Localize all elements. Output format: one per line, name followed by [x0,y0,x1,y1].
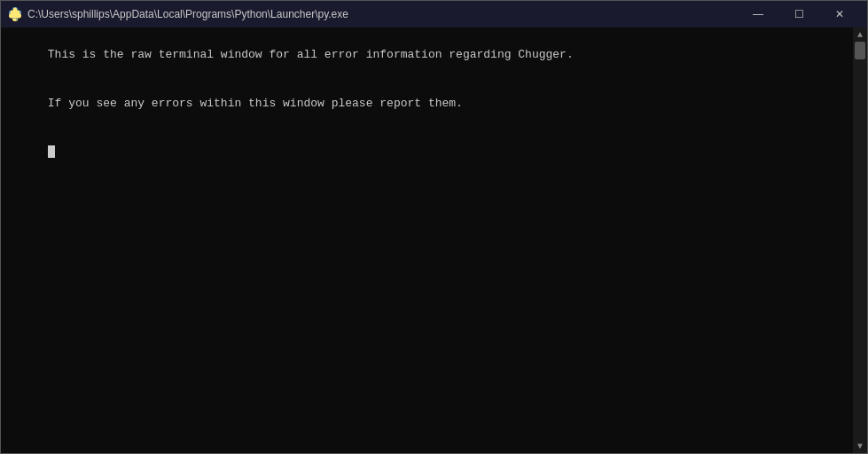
scroll-down-button[interactable]: ▼ [853,439,867,453]
terminal-window: C:\Users\sphillips\AppData\Local\Program… [0,0,868,454]
scrollbar-thumb[interactable] [855,42,865,59]
maximize-button[interactable]: ☐ [778,1,819,27]
terminal-line-2: If you see any errors within this window… [48,97,463,110]
titlebar: C:\Users\sphillips\AppData\Local\Program… [1,1,867,27]
python-icon [8,7,22,21]
minimize-button[interactable]: — [738,1,778,27]
terminal-cursor [48,145,55,158]
close-button[interactable]: ✕ [819,1,860,27]
scroll-up-button[interactable]: ▲ [853,27,867,42]
window-controls: — ☐ ✕ [738,1,860,27]
terminal-output: This is the raw terminal window for all … [6,31,862,176]
terminal-line-1: This is the raw terminal window for all … [48,48,574,61]
terminal-body[interactable]: This is the raw terminal window for all … [1,27,867,453]
window-title: C:\Users\sphillips\AppData\Local\Program… [27,8,738,20]
scrollbar: ▲ ▼ [853,27,867,453]
scrollbar-track[interactable] [853,42,867,439]
